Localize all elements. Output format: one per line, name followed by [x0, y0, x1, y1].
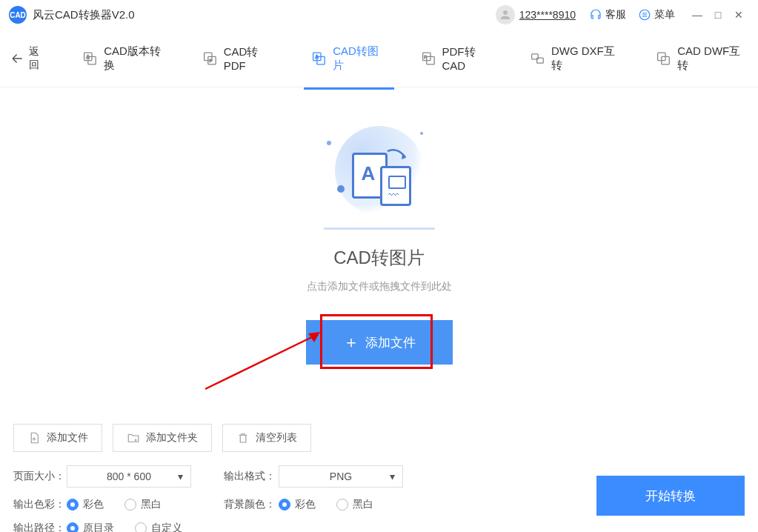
add-file-button[interactable]: ＋ 添加文件 — [306, 320, 453, 365]
convert-icon — [530, 50, 545, 67]
back-button[interactable]: 返回 — [10, 45, 48, 72]
close-button[interactable]: ✕ — [728, 4, 749, 25]
back-arrow-icon — [10, 51, 24, 66]
tab-dwg-dxf[interactable]: DWG DXF互转 — [530, 28, 622, 89]
maximize-button[interactable]: □ — [708, 4, 728, 25]
output-path-label: 输出路径： — [13, 522, 67, 532]
output-format-label: 输出格式： — [224, 470, 279, 483]
main-subtitle: 点击添加文件或拖拽文件到此处 — [307, 280, 452, 293]
chevron-down-icon: ▾ — [178, 471, 183, 482]
tabbar: 返回 A CAD版本转换 P CAD转PDF A CAD转图片 P PDF转CA… — [0, 30, 758, 87]
minimize-button[interactable]: — — [687, 4, 708, 25]
main-dropzone[interactable]: CAD转图片 点击添加文件或拖拽文件到此处 ＋ 添加文件 — [0, 87, 758, 413]
page-size-label: 页面大小： — [13, 470, 67, 483]
tab-cad-dwf[interactable]: CAD DWF互转 — [656, 28, 748, 89]
app-title: 风云CAD转换器V2.0 — [33, 8, 135, 22]
convert-button[interactable]: 开始转换 — [596, 476, 745, 516]
radio-color-bw[interactable]: 黑白 — [124, 498, 162, 511]
radio-bg-color[interactable]: 彩色 — [279, 498, 316, 511]
tab-cad-version[interactable]: A CAD版本转换 — [82, 28, 168, 89]
titlebar: CAD 风云CAD转换器V2.0 123****8910 客服 菜单 — □ ✕ — [0, 0, 758, 30]
trash-icon — [236, 431, 250, 445]
svg-text:A: A — [87, 54, 90, 59]
output-format-select[interactable]: PNG ▾ — [279, 465, 403, 488]
menu-button[interactable]: 菜单 — [638, 8, 675, 21]
chevron-down-icon: ▾ — [390, 471, 395, 482]
page-size-select[interactable]: 800 * 600 ▾ — [67, 465, 191, 488]
convert-icon — [656, 50, 671, 67]
illustration — [316, 119, 442, 230]
radio-path-custom[interactable]: 自定义 — [135, 522, 182, 532]
add-folder-button[interactable]: 添加文件夹 — [113, 424, 212, 452]
convert-icon: A — [311, 50, 327, 67]
support-button[interactable]: 客服 — [589, 8, 626, 21]
bottom-panel: 添加文件 添加文件夹 清空列表 页面大小： 800 * 600 ▾ 输出格式： … — [0, 413, 758, 532]
radio-path-original[interactable]: 原目录 — [67, 522, 114, 532]
folder-plus-icon — [127, 431, 140, 445]
tab-pdf-cad[interactable]: P PDF转CAD — [421, 29, 496, 88]
avatar-icon[interactable] — [496, 5, 515, 24]
add-file-small-button[interactable]: 添加文件 — [13, 424, 102, 452]
clear-list-button[interactable]: 清空列表 — [222, 424, 311, 452]
svg-text:P: P — [424, 55, 427, 59]
main-title: CAD转图片 — [333, 246, 425, 270]
svg-text:A: A — [316, 54, 319, 59]
user-id[interactable]: 123****8910 — [519, 9, 576, 21]
plus-icon: ＋ — [343, 331, 359, 353]
radio-bg-bw[interactable]: 黑白 — [336, 498, 373, 511]
radio-color-color[interactable]: 彩色 — [67, 498, 104, 511]
convert-icon: P — [202, 50, 218, 67]
tab-cad-image[interactable]: A CAD转图片 — [311, 28, 386, 89]
app-logo: CAD — [9, 6, 27, 24]
convert-icon: A — [82, 50, 98, 67]
tab-cad-pdf[interactable]: P CAD转PDF — [202, 29, 277, 88]
file-plus-icon — [27, 431, 41, 445]
output-color-label: 输出色彩： — [13, 498, 67, 511]
headset-icon — [589, 8, 602, 21]
menu-icon — [638, 8, 651, 21]
bg-color-label: 背景颜色： — [224, 498, 279, 511]
svg-text:P: P — [210, 59, 213, 63]
convert-icon: P — [421, 50, 436, 67]
